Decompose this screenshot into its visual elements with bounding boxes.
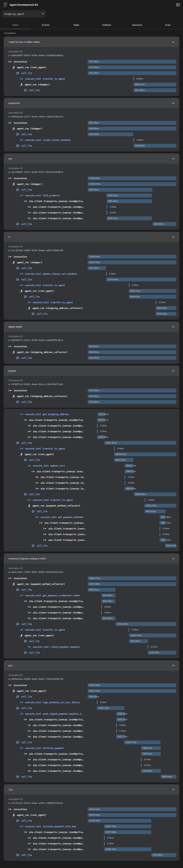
trace-row[interactable]: execute_tool sign_mandates_on_user_devic… <box>4 700 178 705</box>
trace-row[interactable]: execute_tool update_chosen_cart_mandate0… <box>4 271 178 277</box>
trace-row[interactable]: execute_tool transfer_to_agent0.20ms <box>4 497 178 503</box>
trace-row[interactable]: call_llm6134.24ms <box>4 650 178 655</box>
trace-row[interactable]: a2a.client.transports.jsonrpc.JsonRpcTra… <box>4 751 178 757</box>
trace-row[interactable]: agent_run [shopper]3864.21ms <box>4 82 178 87</box>
invocation-card-header[interactable]: yes <box>4 153 179 164</box>
trace-row[interactable]: a2a.client.transports.jsonrpc.JsonRpcTra… <box>4 829 178 835</box>
trace-row[interactable]: agent_run [shopper]6650.46ms <box>4 126 178 131</box>
tab-trace[interactable]: Trace <box>0 22 31 29</box>
invocation-card-header[interactable]: digital wallet <box>4 321 179 332</box>
trace-row[interactable]: a2a.client.transports.jsonrpc.JsonRpc…0.… <box>4 604 178 610</box>
trace-row[interactable]: agent_run [root_agent]10187.34ms <box>4 632 178 638</box>
trace-row[interactable]: invocation15108.02ms <box>4 254 178 259</box>
tab-state[interactable]: State <box>61 22 92 29</box>
trace-row[interactable]: a2a.client.transports.jsonrpc.Js…3885.09… <box>4 486 178 491</box>
trace-row[interactable]: call_llm14738.79ms <box>4 818 178 824</box>
trace-row[interactable]: invocation6651.06ms <box>4 120 178 126</box>
trace-row[interactable]: call_llm3861.96ms <box>4 87 178 93</box>
trace-row[interactable]: a2a.client.transports.jsonrpc.JsonRpc…62… <box>4 215 178 221</box>
trace-row[interactable]: execute_tool initiate_payment7359.37ms <box>4 745 178 751</box>
trace-row[interactable]: a2a.client.transports.jsonr…2460.31ms <box>4 537 178 543</box>
trace-row[interactable]: a2a.client.transports.jsonrpc.JsonRpcTra… <box>4 717 178 722</box>
trace-row[interactable]: a2a.client.transports.jsonrpc.JsonRpc…30… <box>4 616 178 621</box>
trace-row[interactable]: execute_tool transfer_to_agent0.22ms <box>4 300 178 305</box>
trace-row[interactable]: a2a.client.transports.jsonrpc.JsonRpc…0.… <box>4 429 178 434</box>
chevron-up-icon[interactable] <box>172 236 175 238</box>
chevron-up-icon[interactable] <box>172 326 175 328</box>
chevron-up-icon[interactable] <box>172 102 175 104</box>
trace-row[interactable]: invocation3640.57ms <box>4 344 178 349</box>
trace-row[interactable]: call_llm10265.18ms <box>4 705 178 711</box>
trace-row[interactable]: agent_run [root_agent]20539.15ms <box>4 812 178 818</box>
trace-row[interactable]: call_llm8096.61ms <box>4 294 178 300</box>
trace-row[interactable]: a2a.client.transports.jsonrpc.JsonRpc…0.… <box>4 610 178 616</box>
trace-row[interactable]: call_llm3632.96ms <box>4 355 178 361</box>
trace-row[interactable]: call_llm11979.09ms <box>4 277 178 282</box>
trace-row[interactable]: execute_tool transfer_to_agent0.24ms <box>4 627 178 632</box>
trace-row[interactable]: execute_tool find_products6306.31ms <box>4 193 178 198</box>
trace-row[interactable]: call_llm8835.52ms <box>4 457 178 463</box>
trace-row[interactable]: agent_run [shopper]12335.07ms <box>4 181 178 187</box>
trace-row[interactable]: agent_run [root_agent]28649.51ms <box>4 452 178 457</box>
trace-row[interactable]: call_llm19802.49ms <box>4 491 178 497</box>
trace-row[interactable]: agent_run [root_agent]33057.13ms <box>4 688 178 694</box>
trace-row[interactable]: agent_run [shipping_address_collector]35… <box>4 305 178 311</box>
trace-row[interactable]: call_llm3395.87ms <box>4 694 178 700</box>
tab-artifacts[interactable]: Artifacts <box>92 22 122 29</box>
trace-row[interactable]: agent_run [shipping_address_collector]36… <box>4 349 178 355</box>
chevron-up-icon[interactable] <box>172 370 175 372</box>
invocation-card-header[interactable]: I want to buy a coffee maker. <box>4 37 179 47</box>
trace-row[interactable]: execute_tool transfer_to_agent0.26ms <box>4 76 178 82</box>
trace-row[interactable]: a2a.client.transports.jsonrpc.JsonRpc…0.… <box>4 757 178 763</box>
trace-row[interactable]: a2a.client.transports.jsonrpc.JsonRpc…0.… <box>4 204 178 210</box>
trace-row[interactable]: a2a.client.transports.jsonrpc…2460.70ms <box>4 520 178 526</box>
trace-row[interactable]: invocation7974.94ms <box>4 59 178 64</box>
trace-row[interactable]: a2a.client.transports.jsonrpc.JsonRpc…10… <box>4 846 178 852</box>
trace-row[interactable]: call_llm3121.67ms <box>4 265 178 271</box>
trace-row[interactable]: call_llm3323.90ms <box>4 221 178 227</box>
trace-row[interactable]: a2a.client.transports.jsonrpc.Json…3886.… <box>4 469 178 474</box>
trace-row[interactable]: call_llm3206.83ms <box>4 143 178 149</box>
trace-row[interactable]: a2a.client.transports.jsonrpc.JsonRpc…0.… <box>4 841 178 846</box>
trace-row[interactable]: call_llm9005.96ms <box>4 187 178 193</box>
trace-row[interactable]: a2a.client.transports.jsonrpc.JsonRpc…0.… <box>4 835 178 841</box>
trace-row[interactable]: call_llm3540.45ms <box>4 311 178 317</box>
trace-row[interactable]: execute_tool get_shipping_address3319.68… <box>4 411 178 417</box>
trace-row[interactable]: invocation33060.33ms <box>4 682 178 688</box>
trace-row[interactable]: execute_tool get_payment_credential_toke… <box>4 593 178 598</box>
invocation-card-header[interactable]: American Express ending in 4444 <box>4 553 179 564</box>
chevron-up-icon[interactable] <box>172 558 175 559</box>
trace-row[interactable]: invocation20543.21ms <box>4 806 178 812</box>
trace-row[interactable]: call_llm5120.66ms <box>4 399 178 405</box>
chevron-up-icon[interactable] <box>172 665 175 666</box>
tab-events[interactable]: Events <box>31 22 61 29</box>
chevron-up-icon[interactable] <box>172 158 175 159</box>
trace-row[interactable]: execute_tool send_signed_payment_mandate… <box>4 711 178 717</box>
trace-row[interactable]: a2a.client.transports.jsonrpc.Js…0.02ms <box>4 474 178 480</box>
trace-row[interactable]: call_llm7971.20ms <box>4 70 178 76</box>
trace-row[interactable]: execute_tool get_payment_methods2461.38m… <box>4 514 178 520</box>
collapse-panel-icon[interactable] <box>176 3 180 7</box>
invocation-card-header[interactable]: paypal <box>4 366 179 376</box>
trace-row[interactable]: execute_tool update_cart3890.07ms <box>4 463 178 469</box>
trace-row[interactable]: call_llm4042.30ms <box>4 638 178 644</box>
trace-row[interactable]: execute_tool create_intent_mandate0.26ms <box>4 137 178 143</box>
trace-row[interactable]: a2a.client.transports.jsonr…0.01ms <box>4 531 178 537</box>
trace-row[interactable]: a2a.client.transports.jsonrpc.JsonRpcTra… <box>4 417 178 423</box>
trace-row[interactable]: call_llm13051.55ms <box>4 621 178 627</box>
trace-row[interactable]: a2a.client.transports.jsonrpc.JsonRpc…0.… <box>4 210 178 215</box>
trace-row[interactable]: call_llm5040.27ms <box>4 543 178 549</box>
chevron-up-icon[interactable] <box>172 41 175 43</box>
trace-row[interactable]: agent_run [root_agent]8100.71ms <box>4 288 178 294</box>
invocation-card-header[interactable]: espresson <box>4 98 179 108</box>
trace-row[interactable]: a2a.client.transports.jsonrpc.JsonRpc…0.… <box>4 728 178 734</box>
trace-row[interactable]: call_llm13562.77ms <box>4 740 178 745</box>
trace-row[interactable]: call_llm3438.40ms <box>4 131 178 137</box>
trace-row[interactable]: a2a.client.transports.jsonrpc.JsonRpcTra… <box>4 198 178 204</box>
trace-row[interactable]: execute_tool transfer_to_agent0.19ms <box>4 446 178 452</box>
trace-row[interactable]: invocation5125.54ms <box>4 388 178 393</box>
trace-row[interactable]: a2a.client.transports.jsonrpc.JsonRpc…0.… <box>4 423 178 429</box>
trace-row[interactable]: call_llm9505.61ms <box>4 508 178 514</box>
trace-row[interactable]: a2a.client.transports.jsonrpc.JsonRpc…0.… <box>4 722 178 728</box>
trace-row[interactable]: a2a.client.transports.jsonr…0.01ms <box>4 526 178 531</box>
